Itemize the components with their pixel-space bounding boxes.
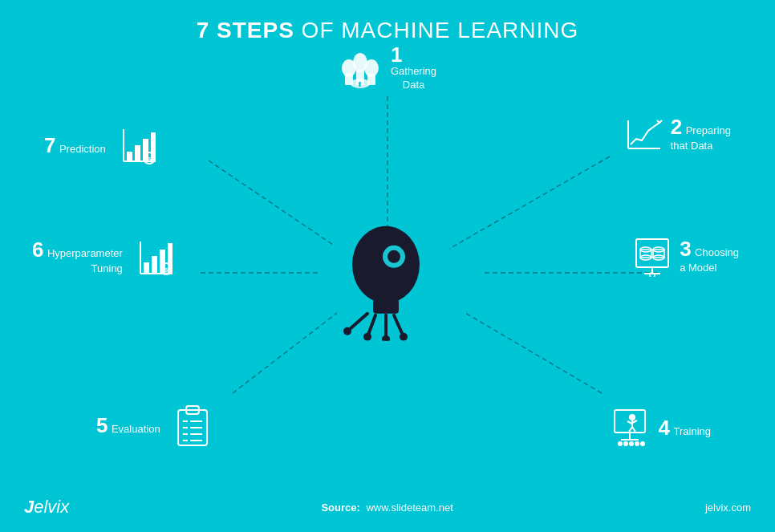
preparing-data-icon xyxy=(624,116,664,152)
svg-rect-82 xyxy=(127,152,132,161)
svg-point-61 xyxy=(640,441,645,446)
step-5-label: Evaluation xyxy=(112,423,160,435)
footer-source: Source: www.slideteam.net xyxy=(321,502,452,514)
step-3-content: 3 Choosinga Model xyxy=(631,237,739,277)
main-container: 7 STEPS OF MACHINE LEARNING xyxy=(0,0,775,532)
source-label: Source: xyxy=(321,502,359,514)
step-5-text: 5 Evaluation xyxy=(96,415,160,437)
step-2-number: 2 xyxy=(671,115,682,139)
svg-text:⬆: ⬆ xyxy=(357,81,363,88)
footer: Jelvix Source: www.slideteam.net jelvix.… xyxy=(0,497,775,518)
step-6-label: HyperparameterTuning xyxy=(47,247,123,274)
step-1-content: ⬆ 1 GatheringData xyxy=(339,44,436,92)
svg-point-49 xyxy=(629,414,635,420)
step-7: 7 Prediction $ xyxy=(44,124,160,166)
brain-icon xyxy=(323,212,452,340)
step-1-number: 1 xyxy=(391,44,402,65)
hyperparameter-icon: $ xyxy=(136,237,177,278)
choosing-model-icon xyxy=(631,237,673,277)
step-4-number: 4 xyxy=(659,416,670,440)
training-icon xyxy=(608,408,652,448)
step-7-label: Prediction xyxy=(59,143,106,155)
svg-point-60 xyxy=(635,441,639,446)
svg-line-6 xyxy=(209,160,333,245)
svg-line-3 xyxy=(465,313,602,393)
step-6-content: 6 HyperparameterTuning $ xyxy=(32,237,177,278)
svg-rect-14 xyxy=(406,254,414,258)
step-1-label: GatheringData xyxy=(391,65,436,92)
svg-rect-11 xyxy=(392,236,396,244)
svg-point-33 xyxy=(364,59,379,77)
svg-point-57 xyxy=(618,441,623,446)
step-1: ⬆ 1 GatheringData xyxy=(339,44,436,92)
svg-line-54 xyxy=(632,427,635,432)
brain-gear-svg xyxy=(323,212,452,340)
step-4: 4 Training xyxy=(608,408,711,448)
logo-text: elvix xyxy=(34,497,69,517)
step-2-content: 2 Preparingthat Data xyxy=(624,116,731,153)
svg-point-23 xyxy=(363,332,371,340)
evaluation-icon xyxy=(173,404,212,448)
step-4-text: 4 Training xyxy=(659,417,711,439)
step-2: 2 Preparingthat Data xyxy=(624,116,731,153)
page-title: 7 STEPS OF MACHINE LEARNING xyxy=(0,0,775,43)
svg-rect-12 xyxy=(392,268,396,276)
step-3: 3 Choosinga Model xyxy=(631,237,739,277)
svg-rect-19 xyxy=(373,298,399,313)
gathering-data-icon: ⬆ xyxy=(339,46,383,90)
step-5: 5 Evaluation xyxy=(96,404,212,448)
svg-rect-75 xyxy=(152,256,157,274)
svg-point-21 xyxy=(343,327,351,335)
step-5-content: 5 Evaluation xyxy=(96,404,212,448)
svg-point-47 xyxy=(650,273,655,277)
step-4-content: 4 Training xyxy=(608,408,711,448)
svg-point-58 xyxy=(623,441,628,446)
svg-rect-38 xyxy=(636,239,668,267)
step-7-text: 7 Prediction xyxy=(44,135,106,156)
step-6: 6 HyperparameterTuning $ xyxy=(32,237,177,278)
svg-text:$: $ xyxy=(148,156,152,163)
step-1-text: 1 GatheringData xyxy=(391,44,436,92)
svg-point-10 xyxy=(388,250,400,262)
source-url: www.slideteam.net xyxy=(366,502,452,514)
step-3-text: 3 Choosinga Model xyxy=(680,238,739,275)
step-3-number: 3 xyxy=(680,237,691,261)
step-7-content: 7 Prediction $ xyxy=(44,124,160,166)
svg-line-1 xyxy=(449,156,610,249)
footer-logo: Jelvix xyxy=(24,497,69,518)
step-5-number: 5 xyxy=(96,413,108,437)
svg-rect-74 xyxy=(144,262,149,274)
prediction-icon: $ xyxy=(119,124,160,166)
svg-rect-83 xyxy=(135,145,140,161)
title-bold: 7 STEPS xyxy=(197,18,294,43)
step-2-text: 2 Preparingthat Data xyxy=(671,116,731,153)
step-7-number: 7 xyxy=(44,133,55,157)
svg-rect-13 xyxy=(374,254,382,258)
svg-text:$: $ xyxy=(164,266,168,274)
footer-website: jelvix.com xyxy=(705,502,751,514)
title-regular: OF MACHINE LEARNING xyxy=(294,18,578,43)
svg-point-27 xyxy=(400,332,408,340)
svg-point-59 xyxy=(629,441,634,446)
step-6-text: 6 HyperparameterTuning xyxy=(32,239,123,276)
svg-line-4 xyxy=(233,313,337,393)
step-6-number: 6 xyxy=(32,238,43,262)
step-4-label: Training xyxy=(674,425,711,437)
svg-point-25 xyxy=(382,335,390,340)
